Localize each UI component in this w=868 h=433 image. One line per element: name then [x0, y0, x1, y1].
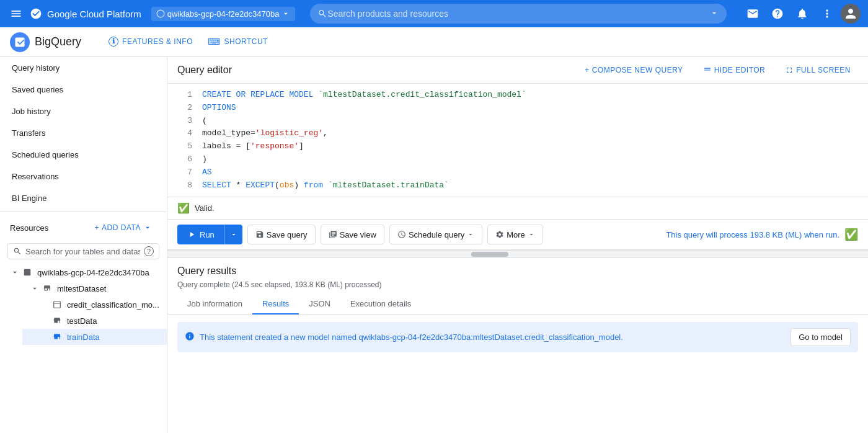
- features-info-link[interactable]: ℹ FEATURES & INFO: [101, 27, 200, 57]
- svg-rect-4: [704, 68, 711, 69]
- svg-rect-1: [54, 301, 61, 308]
- search-bar: [310, 4, 727, 24]
- tree-project-item[interactable]: qwiklabs-gcp-04-f2e2dc3470ba: [0, 264, 167, 280]
- model-name-label: credit_classification_mo...: [67, 300, 159, 310]
- resources-label: Resources: [10, 223, 48, 233]
- compose-icon: +: [585, 66, 590, 74]
- tree-dataset-item[interactable]: mltestDataset: [10, 280, 167, 297]
- scroll-thumb[interactable]: [471, 252, 508, 257]
- more-options-icon-btn[interactable]: [816, 2, 838, 25]
- top-nav-icons: [742, 2, 861, 25]
- query-cost: This query will process 193.8 KB (ML) wh…: [666, 228, 858, 241]
- tree-test-data-item[interactable]: testData: [22, 313, 167, 329]
- add-data-button[interactable]: + ADD DATA: [90, 221, 157, 234]
- sidebar-item-transfers[interactable]: Transfers: [0, 122, 167, 144]
- content-area: Query editor + COMPOSE NEW QUERY HIDE ED…: [167, 57, 868, 433]
- save-view-icon: [329, 230, 337, 239]
- help-icon-btn[interactable]: [766, 2, 789, 25]
- hide-editor-icon: [703, 66, 712, 74]
- code-content: ): [202, 153, 207, 166]
- save-query-button[interactable]: Save query: [247, 225, 316, 244]
- train-data-icon: [52, 332, 62, 342]
- bq-logo-icon: [10, 32, 30, 52]
- mail-icon-btn[interactable]: [742, 2, 764, 25]
- saved-queries-label: Saved queries: [12, 85, 63, 94]
- code-line-2: 2 OPTIONS: [167, 102, 868, 115]
- code-line-6: 6 ): [167, 153, 868, 166]
- main-layout: Query history Saved queries Job history …: [0, 57, 868, 433]
- results-meta-text: Query complete (24.5 sec elapsed, 193.8 …: [177, 280, 382, 289]
- line-number: 7: [177, 166, 192, 179]
- project-name: qwiklabs-gcp-04-f2e2dc3470ba: [167, 9, 280, 19]
- run-button-group: Run: [177, 225, 242, 244]
- tab-job-information[interactable]: Job information: [177, 294, 252, 315]
- fullscreen-button[interactable]: FULL SCREEN: [777, 62, 858, 78]
- save-view-button[interactable]: Save view: [321, 225, 384, 244]
- code-line-4: 4 model_type='logistic_reg',: [167, 127, 868, 140]
- sidebar-item-scheduled-queries[interactable]: Scheduled queries: [0, 144, 167, 166]
- code-editor[interactable]: 1 CREATE OR REPLACE MODEL `mltestDataset…: [167, 84, 868, 197]
- avatar[interactable]: [841, 4, 861, 24]
- fullscreen-icon: [785, 66, 794, 74]
- shortcut-label: SHORTCUT: [224, 37, 268, 46]
- dataset-search-input[interactable]: [25, 247, 140, 256]
- editor-header-actions: + COMPOSE NEW QUERY HIDE EDITOR FULL SCR…: [577, 62, 858, 78]
- line-number: 6: [177, 153, 192, 166]
- tables-subtree: credit_classification_mo... testData tra…: [10, 297, 167, 345]
- shortcut-link[interactable]: ⌨ SHORTCUT: [200, 27, 275, 57]
- info-banner-text: This statement created a new model named…: [200, 333, 786, 342]
- sidebar-item-saved-queries[interactable]: Saved queries: [0, 79, 167, 100]
- tab-execution-details[interactable]: Execution details: [340, 294, 421, 315]
- code-content: (: [202, 115, 207, 128]
- project-selector[interactable]: qwiklabs-gcp-04-f2e2dc3470ba: [151, 7, 296, 21]
- code-line-8: 8 SELECT * EXCEPT(obs) from `mltestDatas…: [167, 179, 868, 192]
- resource-tree: qwiklabs-gcp-04-f2e2dc3470ba mltestDatas…: [0, 262, 167, 347]
- code-content: SELECT * EXCEPT(obs) from `mltestDataset…: [202, 179, 449, 192]
- more-button[interactable]: More: [487, 225, 543, 244]
- hamburger-menu[interactable]: [7, 5, 25, 22]
- results-content: This statement created a new model named…: [167, 315, 868, 433]
- compose-new-query-button[interactable]: + COMPOSE NEW QUERY: [577, 62, 690, 78]
- editor-section: Query editor + COMPOSE NEW QUERY HIDE ED…: [167, 57, 868, 251]
- horizontal-scrollbar[interactable]: [167, 251, 868, 258]
- query-history-label: Query history: [12, 63, 60, 73]
- schedule-query-button[interactable]: Schedule query: [389, 225, 482, 244]
- save-query-label: Save query: [267, 230, 308, 239]
- tab-json[interactable]: JSON: [299, 294, 340, 315]
- sidebar-item-query-history[interactable]: Query history: [0, 57, 167, 79]
- results-header: Query results: [167, 258, 868, 279]
- search-help-icon[interactable]: ?: [144, 246, 154, 256]
- project-name-label: qwiklabs-gcp-04-f2e2dc3470ba: [37, 268, 149, 277]
- line-number: 2: [177, 102, 192, 115]
- run-button[interactable]: Run: [177, 225, 224, 244]
- go-to-model-button[interactable]: Go to model: [790, 328, 851, 346]
- dataset-icon: [42, 283, 52, 293]
- code-content: CREATE OR REPLACE MODEL `mltestDataset.c…: [202, 89, 526, 102]
- app-name-label: Google Cloud Platform: [47, 9, 141, 19]
- code-line-1: 1 CREATE OR REPLACE MODEL `mltestDataset…: [167, 89, 868, 102]
- code-line-3: 3 (: [167, 115, 868, 128]
- sidebar-item-job-history[interactable]: Job history: [0, 100, 167, 122]
- tree-train-data-item[interactable]: trainData: [22, 329, 167, 345]
- line-number: 3: [177, 115, 192, 128]
- editor-header: Query editor + COMPOSE NEW QUERY HIDE ED…: [167, 57, 868, 84]
- search-input[interactable]: [327, 9, 704, 19]
- hide-editor-button[interactable]: HIDE EDITOR: [696, 62, 773, 78]
- search-dropdown-btn[interactable]: [709, 8, 719, 20]
- info-banner-icon: [185, 331, 195, 343]
- add-data-icon: +: [95, 223, 100, 232]
- tab-results[interactable]: Results: [252, 294, 299, 315]
- add-data-label: ADD DATA: [102, 223, 141, 232]
- run-dropdown-button[interactable]: [224, 225, 242, 244]
- svg-point-0: [157, 10, 164, 17]
- sidebar-item-bi-engine[interactable]: BI Engine: [0, 187, 167, 209]
- info-banner: This statement created a new model named…: [177, 322, 858, 352]
- project-chevron-icon: [10, 267, 20, 277]
- sidebar-item-reservations[interactable]: Reservations: [0, 166, 167, 187]
- settings-icon: [495, 230, 504, 239]
- notification-icon-btn[interactable]: [791, 2, 813, 25]
- more-label: More: [507, 230, 525, 239]
- reservations-label: Reservations: [12, 172, 59, 181]
- test-data-icon: [52, 316, 62, 326]
- tree-model-item[interactable]: credit_classification_mo...: [22, 297, 167, 313]
